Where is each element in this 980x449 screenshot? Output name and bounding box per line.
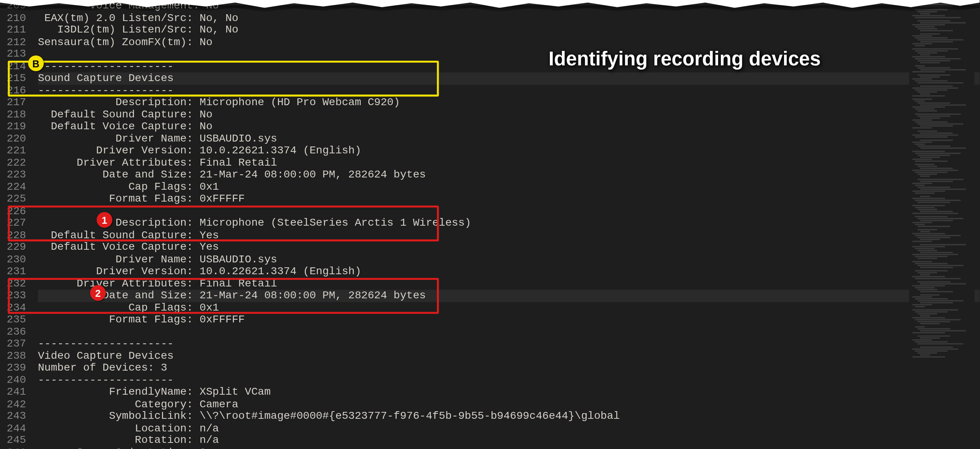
line-number: 232 — [4, 278, 26, 290]
line-number: 226 — [4, 205, 26, 218]
code-line[interactable]: SymbolicLink: \\?\root#image#0000#{e5323… — [38, 410, 980, 423]
minimap[interactable] — [909, 0, 975, 449]
code-line[interactable]: Driver Version: 10.0.22621.3374 (English… — [38, 145, 980, 157]
code-line[interactable]: --------------------- — [38, 338, 980, 350]
code-line[interactable]: Driver Name: USBAUDIO.sys — [38, 133, 980, 145]
line-number: 240 — [4, 374, 26, 386]
line-number: 218 — [4, 109, 26, 121]
code-line[interactable]: Cap Flags: 0x1 — [38, 302, 980, 314]
code-line[interactable]: I3DL2(tm) Listen/Src: No, No — [38, 24, 980, 36]
code-line[interactable]: Number of Devices: 3 — [38, 362, 980, 374]
line-number: 239 — [4, 362, 26, 374]
code-editor[interactable]: 2092102112122132142152162172182192202212… — [0, 0, 980, 449]
code-line[interactable]: Driver Version: 10.0.22621.3374 (English… — [38, 265, 980, 278]
line-number: 229 — [4, 241, 26, 254]
line-number: 234 — [4, 302, 26, 314]
line-number: 233 — [4, 290, 26, 302]
code-line[interactable]: EAX(tm) 2.0 Listen/Src: No, No — [38, 12, 980, 24]
line-number: 235 — [4, 314, 26, 326]
code-line[interactable] — [38, 205, 980, 218]
line-number: 215 — [4, 72, 26, 85]
code-line[interactable] — [38, 326, 980, 338]
line-number: 210 — [4, 12, 26, 24]
annotation-caption: Identifying recording devices — [549, 48, 821, 70]
line-number: 225 — [4, 193, 26, 205]
line-number: 244 — [4, 423, 26, 435]
line-number: 228 — [4, 229, 26, 242]
line-number: 219 — [4, 121, 26, 133]
code-line[interactable]: Format Flags: 0xFFFFF — [38, 193, 980, 205]
code-line[interactable]: Sound Capture Devices — [38, 72, 980, 85]
line-number: 211 — [4, 24, 26, 36]
line-number: 245 — [4, 434, 26, 447]
code-line[interactable]: Category: Camera — [38, 399, 980, 411]
code-line[interactable]: --------------------- — [38, 374, 980, 386]
annotation-badge-1: 1 — [96, 212, 112, 228]
code-line[interactable]: Default Sound Capture: No — [38, 109, 980, 121]
line-number: 213 — [4, 48, 26, 60]
line-number: 243 — [4, 410, 26, 423]
line-number: 222 — [4, 157, 26, 169]
code-line[interactable]: Format Flags: 0xFFFFF — [38, 314, 980, 326]
line-number: 227 — [4, 217, 26, 229]
line-number: 246 — [4, 447, 26, 449]
code-line[interactable]: Video Capture Devices — [38, 350, 980, 362]
code-line[interactable] — [38, 48, 980, 60]
code-line[interactable]: Description: Microphone (SteelSeries Arc… — [38, 217, 980, 229]
line-number: 231 — [4, 265, 26, 278]
line-number: 230 — [4, 254, 26, 266]
annotation-badge-b: B — [28, 55, 44, 71]
code-line[interactable]: Date and Size: 21-Mar-24 08:00:00 PM, 28… — [38, 290, 980, 302]
line-number: 216 — [4, 85, 26, 97]
line-number: 242 — [4, 399, 26, 411]
line-number: 236 — [4, 326, 26, 338]
code-line[interactable]: Default Sound Capture: Yes — [38, 229, 980, 242]
line-number: 223 — [4, 169, 26, 181]
code-line[interactable]: Cap Flags: 0x1 — [38, 181, 980, 193]
code-line[interactable]: SensorOrientation: 0 — [38, 447, 980, 449]
line-number: 237 — [4, 338, 26, 350]
code-line[interactable]: Default Voice Capture: No — [38, 121, 980, 133]
line-number: 214 — [4, 60, 26, 73]
line-number: 220 — [4, 133, 26, 145]
code-line[interactable]: Sensaura(tm) ZoomFX(tm): No — [38, 36, 980, 49]
code-line[interactable]: Rotation: n/a — [38, 434, 980, 447]
code-line[interactable]: Description: Microphone (HD Pro Webcam C… — [38, 96, 980, 109]
annotation-badge-2: 2 — [90, 285, 106, 301]
code-line[interactable]: --------------------- — [38, 60, 980, 73]
code-line[interactable]: Location: n/a — [38, 423, 980, 435]
code-line[interactable]: Driver Attributes: Final Retail — [38, 157, 980, 169]
line-number: 212 — [4, 36, 26, 49]
code-line[interactable]: --------------------- — [38, 85, 980, 97]
line-number: 217 — [4, 96, 26, 109]
code-line[interactable]: Default Voice Capture: Yes — [38, 241, 980, 254]
code-line[interactable]: FriendlyName: XSplit VCam — [38, 386, 980, 399]
line-number: 221 — [4, 145, 26, 157]
code-line[interactable]: Driver Attributes: Final Retail — [38, 278, 980, 290]
code-content[interactable]: Voice Management: No EAX(tm) 2.0 Listen/… — [38, 0, 980, 449]
code-line[interactable]: Date and Size: 21-Mar-24 08:00:00 PM, 28… — [38, 169, 980, 181]
line-number: 241 — [4, 386, 26, 399]
code-line[interactable]: Driver Name: USBAUDIO.sys — [38, 254, 980, 266]
line-number: 224 — [4, 181, 26, 193]
line-number: 238 — [4, 350, 26, 362]
